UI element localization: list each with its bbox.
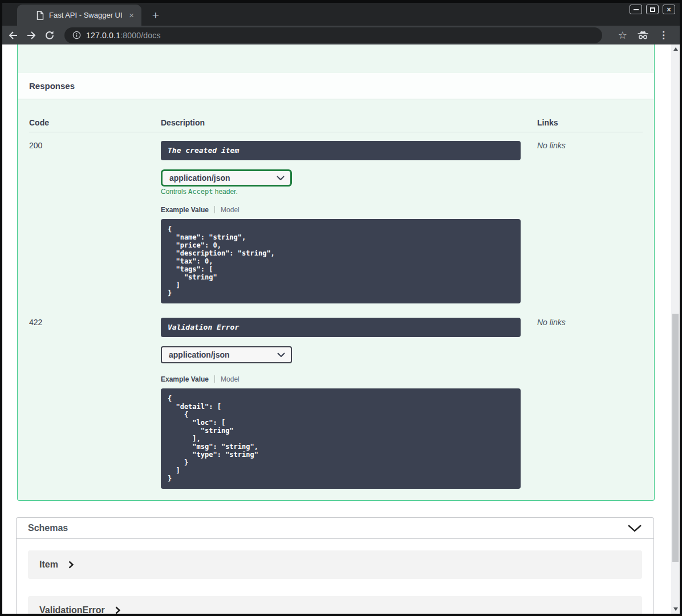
example-json-block: { "name": "string", "price": 0, "descrip… bbox=[161, 219, 521, 303]
schemas-body: Item ValidationError bbox=[17, 539, 653, 614]
new-tab-button[interactable]: + bbox=[148, 7, 164, 23]
example-json-block: { "detail": [ { "loc": [ "string" ], "ms… bbox=[161, 388, 521, 489]
page-scrollbar[interactable] bbox=[671, 44, 680, 614]
collapse-chevron-down-icon[interactable] bbox=[627, 524, 642, 532]
forward-button[interactable] bbox=[26, 30, 37, 41]
media-type-value: application/json bbox=[169, 173, 230, 183]
bookmark-star-icon[interactable]: ☆ bbox=[618, 30, 627, 40]
example-model-tabs: Example Value Model bbox=[161, 205, 537, 214]
tab-strip: Fast API - Swagger UI × + × bbox=[2, 3, 680, 26]
expand-chevron-right-icon bbox=[115, 606, 120, 614]
site-info-icon[interactable] bbox=[72, 31, 81, 39]
expand-chevron-right-icon bbox=[68, 561, 74, 569]
tab-model[interactable]: Model bbox=[221, 206, 239, 214]
operation-block: Responses Code Description Links 200 The… bbox=[17, 44, 655, 501]
note-suffix: header. bbox=[213, 188, 237, 196]
back-button[interactable] bbox=[7, 30, 19, 41]
chevron-down-icon bbox=[277, 352, 285, 357]
response-row-200: 200 The created item application/json Co… bbox=[29, 132, 643, 303]
column-header-description: Description bbox=[161, 119, 537, 127]
incognito-icon bbox=[636, 30, 649, 40]
response-description-cell: The created item application/json Contro… bbox=[161, 141, 537, 303]
media-type-select[interactable]: application/json bbox=[161, 169, 292, 187]
media-type-value: application/json bbox=[169, 350, 230, 359]
responses-table: Code Description Links 200 The created i… bbox=[18, 114, 654, 489]
tab-separator bbox=[214, 375, 215, 383]
model-row-validationerror[interactable]: ValidationError bbox=[28, 596, 642, 614]
response-code: 200 bbox=[29, 141, 161, 149]
model-name: Item bbox=[39, 560, 58, 570]
maximize-button[interactable] bbox=[646, 5, 659, 14]
controls-accept-note: Controls Accept header. bbox=[161, 188, 537, 196]
maximize-icon bbox=[650, 7, 655, 12]
schemas-title: Schemas bbox=[28, 523, 68, 533]
tab-example-value[interactable]: Example Value bbox=[161, 375, 209, 383]
responses-table-body: 200 The created item application/json Co… bbox=[29, 132, 643, 489]
response-links: No links bbox=[537, 141, 643, 149]
close-button[interactable]: × bbox=[663, 5, 675, 14]
model-name: ValidationError bbox=[39, 605, 105, 614]
reload-button[interactable] bbox=[44, 30, 55, 41]
response-links: No links bbox=[537, 318, 643, 326]
schemas-header[interactable]: Schemas bbox=[17, 518, 653, 539]
tab-title: Fast API - Swagger UI bbox=[49, 11, 127, 19]
example-model-tabs: Example Value Model bbox=[161, 375, 537, 383]
scrollbar-down-arrow-icon[interactable] bbox=[673, 607, 678, 611]
model-row-item[interactable]: Item bbox=[28, 550, 642, 579]
response-code: 422 bbox=[29, 318, 161, 326]
browser-toolbar: 127.0.0.1:8000/docs ☆ ⋮ bbox=[2, 26, 680, 44]
note-code: Accept bbox=[188, 188, 213, 196]
url-path: :8000/docs bbox=[120, 31, 161, 40]
browser-tab[interactable]: Fast API - Swagger UI × bbox=[17, 5, 141, 26]
url-host: 127.0.0.1 bbox=[86, 31, 120, 40]
note-prefix: Controls bbox=[161, 188, 188, 196]
address-bar[interactable]: 127.0.0.1:8000/docs bbox=[64, 27, 602, 43]
scrollbar-up-arrow-icon[interactable] bbox=[673, 47, 678, 51]
response-row-422: 422 Validation Error application/json Ex… bbox=[29, 309, 643, 489]
tab-separator bbox=[214, 206, 215, 213]
schemas-section: Schemas Item ValidationError bbox=[16, 517, 654, 614]
window-controls: × bbox=[630, 5, 675, 14]
tab-example-value[interactable]: Example Value bbox=[161, 206, 209, 214]
scrollbar-thumb[interactable] bbox=[672, 314, 679, 562]
response-description: The created item bbox=[161, 141, 521, 160]
page-content: Responses Code Description Links 200 The… bbox=[2, 44, 680, 614]
browser-menu-icon[interactable]: ⋮ bbox=[659, 30, 668, 40]
response-description: Validation Error bbox=[161, 318, 521, 337]
operation-block-spacer bbox=[18, 44, 654, 73]
chevron-down-icon bbox=[277, 176, 285, 180]
minimize-icon bbox=[634, 9, 639, 10]
column-header-links: Links bbox=[537, 119, 643, 127]
page-favicon-icon bbox=[36, 11, 44, 20]
responses-section-header: Responses bbox=[18, 73, 654, 99]
column-header-code: Code bbox=[29, 119, 161, 127]
responses-title: Responses bbox=[29, 81, 75, 91]
url-text: 127.0.0.1:8000/docs bbox=[86, 31, 161, 40]
tab-model[interactable]: Model bbox=[221, 375, 239, 383]
responses-table-header: Code Description Links bbox=[29, 114, 643, 132]
response-description-cell: Validation Error application/json Exampl… bbox=[161, 318, 537, 489]
media-type-select[interactable]: application/json bbox=[161, 346, 292, 363]
minimize-button[interactable] bbox=[630, 5, 642, 14]
operation-block-bottom-padding bbox=[18, 489, 654, 500]
browser-window: Fast API - Swagger UI × + × bbox=[0, 0, 682, 616]
tab-close-icon[interactable]: × bbox=[127, 11, 136, 19]
